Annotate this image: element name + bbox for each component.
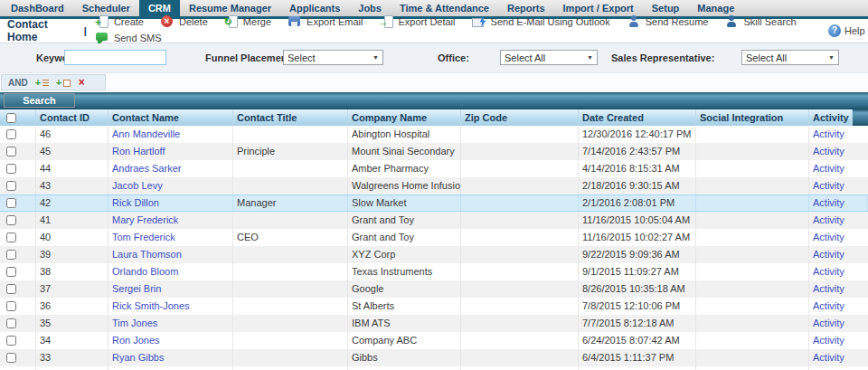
skill-search-button[interactable]: Skill Search xyxy=(724,14,796,29)
search-button[interactable]: Search xyxy=(4,93,75,108)
column-date-created[interactable]: Date Created xyxy=(579,109,696,126)
column-contact-name[interactable]: Contact Name xyxy=(108,109,233,126)
nav-item-label: DashBoard xyxy=(11,3,64,14)
cell-contact-id: 35 xyxy=(36,315,108,332)
merge-icon xyxy=(224,14,239,29)
activity-link[interactable]: Activity xyxy=(813,300,844,311)
cell-date-created: 4/14/2016 8:15:31 AM xyxy=(579,160,696,177)
cell-company-name: Google xyxy=(348,280,461,298)
row-checkbox[interactable] xyxy=(6,198,16,208)
activity-link[interactable]: Activity xyxy=(813,283,844,294)
contact-name-link[interactable]: Rick Dillon xyxy=(112,197,159,208)
help-label: Help xyxy=(844,25,865,36)
cell-contact-name: Andraes Sarker xyxy=(108,160,233,177)
activity-link[interactable]: Activity xyxy=(813,197,844,208)
cell-contact-title xyxy=(233,298,348,315)
contact-name-link[interactable]: Ann Mandeville xyxy=(112,128,180,139)
activity-link[interactable]: Activity xyxy=(813,180,844,191)
column-zip-code[interactable]: Zip Code xyxy=(461,109,579,126)
export-email-button[interactable]: Export Email xyxy=(288,14,363,29)
row-checkbox-cell xyxy=(0,126,36,143)
row-checkbox[interactable] xyxy=(6,318,16,328)
activity-link[interactable]: Activity xyxy=(813,232,844,242)
row-checkbox[interactable] xyxy=(6,250,16,260)
activity-link[interactable]: Activity xyxy=(813,352,844,363)
cell-date-created: 2/18/2016 9:30:15 AM xyxy=(579,177,696,194)
cell-date-created: 6/4/2015 1:11:37 PM xyxy=(579,349,696,366)
nav-item-dashboard[interactable]: DashBoard xyxy=(2,0,73,16)
cell-activity: Activity xyxy=(809,229,868,246)
add-condition-icon[interactable] xyxy=(35,77,49,88)
cell-company-name xyxy=(348,366,461,370)
contact-name-link[interactable]: Jacob Levy xyxy=(112,180,163,191)
create-button[interactable]: Create xyxy=(95,14,144,29)
cell-contact-title xyxy=(233,212,348,229)
activity-link[interactable]: Activity xyxy=(813,214,844,225)
cell-contact-name: Rick Dillon xyxy=(108,195,233,211)
help-button[interactable]: Help xyxy=(828,24,865,37)
contact-name-link[interactable]: Ron Jones xyxy=(112,335,160,346)
row-checkbox[interactable] xyxy=(6,147,16,157)
delete-button[interactable]: Delete xyxy=(160,14,208,29)
row-checkbox[interactable] xyxy=(6,267,16,277)
cell-contact-id xyxy=(36,366,108,370)
cell-social-integration xyxy=(696,263,809,280)
send-resume-button[interactable]: Send Resume xyxy=(627,14,709,29)
send-e-mail-using-outlook-button[interactable]: Send E-Mail Using Outlook xyxy=(472,14,610,29)
contact-name-link[interactable]: Rick Smith-Jones xyxy=(112,300,190,311)
contact-name-link[interactable]: Sergei Brin xyxy=(112,283,161,294)
activity-link[interactable]: Activity xyxy=(813,318,844,328)
activity-link[interactable]: Activity xyxy=(813,128,844,139)
condition-operator[interactable]: AND xyxy=(8,78,28,88)
activity-link[interactable]: Activity xyxy=(813,146,844,157)
contact-name-link[interactable]: Ryan Gibbs xyxy=(112,352,164,363)
column-activity[interactable]: Activity xyxy=(809,109,853,126)
row-checkbox[interactable] xyxy=(6,284,16,294)
cell-zip-code xyxy=(461,229,579,246)
row-checkbox[interactable] xyxy=(6,164,16,174)
contact-name-link[interactable]: Orlando Bloom xyxy=(112,266,178,277)
table-row: 33 Ryan Gibbs Gibbs 6/4/2015 1:11:37 PM … xyxy=(0,349,868,366)
table-row: 39 Laura Thomson XYZ Corp 9/22/2015 9:09… xyxy=(0,246,868,263)
contact-name-link[interactable]: Andraes Sarker xyxy=(112,163,181,174)
activity-link[interactable]: Activity xyxy=(813,163,844,174)
funnel-placement-select[interactable]: Select ▼ xyxy=(283,50,383,65)
column-contact-id[interactable]: Contact ID xyxy=(36,109,108,126)
keyword-input[interactable] xyxy=(64,50,166,65)
column-social-integration[interactable]: Social Integration xyxy=(696,109,809,126)
activity-link[interactable]: Activity xyxy=(813,335,844,346)
remove-condition-icon[interactable] xyxy=(77,77,90,88)
row-checkbox[interactable] xyxy=(6,301,16,311)
table-row: 41 Mary Frederick Grant and Toy 11/16/20… xyxy=(0,212,868,229)
row-checkbox[interactable] xyxy=(6,232,16,242)
column-contact-title[interactable]: Contact Title xyxy=(233,109,348,126)
cell-contact-id: 41 xyxy=(36,212,108,229)
office-select[interactable]: Select All ▼ xyxy=(500,50,598,65)
merge-button[interactable]: Merge xyxy=(224,14,271,29)
sales-representative-select[interactable]: Select All ▼ xyxy=(741,50,839,65)
contact-name-link[interactable]: Tom Frederick xyxy=(112,232,175,242)
column-company-name[interactable]: Company Name xyxy=(348,109,461,126)
cell-contact-id: 42 xyxy=(36,195,108,211)
contact-name-link[interactable]: Laura Thomson xyxy=(112,249,182,260)
activity-link[interactable]: Activity xyxy=(813,266,844,277)
cell-social-integration xyxy=(696,212,809,229)
row-checkbox[interactable] xyxy=(6,215,16,225)
contact-name-link[interactable]: Tim Jones xyxy=(112,318,157,328)
cell-social-integration xyxy=(696,315,809,332)
row-checkbox[interactable] xyxy=(6,353,16,363)
row-checkbox-cell xyxy=(0,366,36,370)
table-row: 38 Orlando Bloom Texas Instruments 9/1/2… xyxy=(0,263,868,280)
cell-zip-code xyxy=(461,263,579,280)
activity-link[interactable]: Activity xyxy=(813,249,844,260)
select-all-checkbox[interactable] xyxy=(6,113,16,123)
export-detail-button[interactable]: Export Detail xyxy=(380,14,456,29)
row-checkbox[interactable] xyxy=(6,181,16,191)
contact-name-link[interactable]: Ron Hartloff xyxy=(112,146,165,157)
cell-zip-code xyxy=(461,195,579,211)
row-checkbox[interactable] xyxy=(6,336,16,346)
contact-name-link[interactable]: Mary Frederick xyxy=(112,214,178,225)
add-group-icon[interactable] xyxy=(56,77,70,88)
row-checkbox[interactable] xyxy=(6,129,16,139)
cell-activity: Activity xyxy=(809,280,868,298)
